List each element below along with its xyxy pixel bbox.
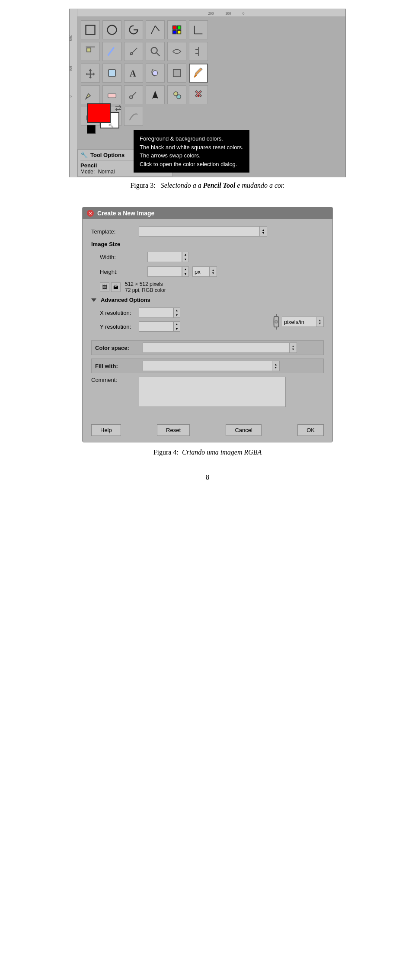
- svg-rect-27: [109, 70, 115, 77]
- svg-text:200: 200: [70, 35, 73, 41]
- tool-path[interactable]: [146, 20, 165, 39]
- tool-clone[interactable]: [167, 85, 186, 104]
- reset-button[interactable]: Reset: [157, 424, 190, 436]
- units-select-arrow[interactable]: ▲ ▼: [209, 266, 217, 277]
- xres-input[interactable]: 72.000: [139, 307, 173, 318]
- tool-lasso[interactable]: [124, 20, 143, 39]
- tool-warp[interactable]: [167, 42, 186, 61]
- yres-down[interactable]: ▼: [174, 327, 180, 331]
- svg-rect-13: [177, 30, 181, 34]
- yres-spin-arrows[interactable]: ▲ ▼: [173, 321, 180, 332]
- tool-ink[interactable]: [146, 85, 165, 104]
- tool-text[interactable]: A: [124, 64, 143, 83]
- svg-point-20: [131, 52, 133, 54]
- advanced-label: Advanced Options: [101, 297, 150, 303]
- svg-rect-11: [177, 26, 181, 29]
- tool-rectangle-select[interactable]: [81, 20, 100, 39]
- yres-input[interactable]: 72.000: [139, 321, 173, 332]
- tool-eyedrop[interactable]: [124, 85, 143, 104]
- comment-textarea[interactable]: [139, 377, 286, 407]
- yres-up[interactable]: ▲: [174, 322, 180, 327]
- tool-rotate[interactable]: [146, 64, 165, 83]
- pixels-in-arrow[interactable]: ▲ ▼: [316, 317, 324, 327]
- svg-point-36: [177, 95, 181, 99]
- tool-options-icon: 🔧: [80, 151, 88, 158]
- width-down-arrow[interactable]: ▼: [182, 257, 188, 262]
- xres-down[interactable]: ▼: [174, 313, 180, 317]
- svg-point-34: [130, 96, 133, 99]
- fig4-italic: Criando uma imagem RGBA: [182, 448, 262, 456]
- svg-text:0: 0: [243, 11, 245, 16]
- tool-ellipse-select[interactable]: [102, 20, 121, 39]
- landscape-icon[interactable]: 🏔: [111, 282, 121, 292]
- foreground-swatch[interactable]: [87, 103, 111, 123]
- dialog-titlebar: ✕ Create a New Image: [83, 207, 332, 219]
- height-label: Height:: [100, 269, 147, 275]
- tool-crop[interactable]: [81, 42, 100, 61]
- tool-pencil2[interactable]: [102, 42, 121, 61]
- xres-spin-arrows[interactable]: ▲ ▼: [173, 307, 180, 318]
- cancel-button[interactable]: Cancel: [226, 424, 261, 436]
- tooltip-line4: Click to open the color selection dialog…: [140, 160, 243, 169]
- width-input[interactable]: 512: [147, 252, 182, 262]
- svg-marker-26: [86, 69, 95, 79]
- pixels-in-input[interactable]: [282, 317, 316, 327]
- height-up-arrow[interactable]: ▲: [182, 267, 188, 272]
- ok-button[interactable]: OK: [297, 424, 324, 436]
- advanced-header: Advanced Options: [91, 297, 324, 303]
- fillwith-row: Fill with: Transparency ▲ ▼: [91, 359, 324, 373]
- figure3-container: 200 100 0 200 100 0: [0, 0, 415, 194]
- fillwith-select: Transparency ▲ ▼: [143, 361, 290, 371]
- xres-up[interactable]: ▲: [174, 308, 180, 313]
- tool-rect-shape[interactable]: [167, 64, 186, 83]
- tool-eraser[interactable]: [102, 85, 121, 104]
- colorspace-input[interactable]: RGB color: [143, 343, 290, 353]
- fig4-prefix: Figura 4:: [153, 448, 179, 456]
- height-input[interactable]: 512: [147, 266, 182, 277]
- width-up-arrow[interactable]: ▲: [182, 252, 188, 257]
- colorspace-select: RGB color ▲ ▼: [143, 343, 297, 353]
- tool-paint[interactable]: [81, 85, 100, 104]
- svg-rect-32: [108, 94, 116, 98]
- units-input[interactable]: [192, 266, 210, 277]
- help-button[interactable]: Help: [91, 424, 121, 436]
- reset-colors-btn[interactable]: [87, 125, 96, 134]
- tool-move[interactable]: [81, 64, 100, 83]
- width-spinbox: 512 ▲ ▼: [147, 252, 189, 262]
- tool-pencil-active[interactable]: [189, 64, 208, 83]
- height-spin-arrows[interactable]: ▲ ▼: [182, 266, 189, 277]
- svg-text:100: 100: [225, 11, 231, 16]
- template-input[interactable]: [139, 226, 260, 237]
- tool-heal[interactable]: [189, 85, 208, 104]
- tool-colorpick[interactable]: [167, 20, 186, 39]
- svg-rect-12: [173, 30, 176, 34]
- yres-row: Y resolution: 72.000 ▲ ▼: [100, 321, 271, 332]
- xres-label: X resolution:: [100, 310, 139, 316]
- portrait-icon[interactable]: 🖼: [100, 282, 109, 292]
- tool-measure[interactable]: [124, 42, 143, 61]
- tool-align[interactable]: [189, 42, 208, 61]
- tool-transform[interactable]: [102, 64, 121, 83]
- fig3-bold: Pencil Tool: [203, 182, 236, 189]
- fillwith-input[interactable]: Transparency: [143, 361, 272, 371]
- height-down-arrow[interactable]: ▼: [182, 272, 188, 276]
- height-row: Height: 512 ▲ ▼ ▲ ▼: [91, 266, 324, 277]
- svg-rect-30: [173, 70, 180, 77]
- template-select-arrow[interactable]: ▲ ▼: [259, 226, 267, 237]
- image-size-label: Image Size: [91, 241, 120, 247]
- xres-row: X resolution: 72.000 ▲ ▼: [100, 307, 271, 318]
- gimp-toolbox: 200 100 0 200 100 0: [69, 9, 346, 177]
- svg-line-8: [151, 26, 155, 34]
- image-size-section: Image Size Width: 512 ▲ ▼ Height:: [91, 241, 324, 293]
- close-button[interactable]: ✕: [87, 210, 94, 217]
- page-num-value: 8: [206, 474, 209, 481]
- height-spinbox: 512 ▲ ▼: [147, 266, 189, 277]
- fillwith-arrow[interactable]: ▲ ▼: [272, 361, 280, 371]
- mode-value: Normal: [98, 169, 115, 175]
- width-spin-arrows[interactable]: ▲ ▼: [182, 252, 189, 262]
- tool-zoom-ruler[interactable]: [189, 20, 208, 39]
- tool-magnify[interactable]: [146, 42, 165, 61]
- swap-colors-btn[interactable]: ⇄: [115, 103, 121, 113]
- colorspace-arrow[interactable]: ▲ ▼: [289, 343, 297, 353]
- fillwith-label: Fill with:: [95, 363, 143, 369]
